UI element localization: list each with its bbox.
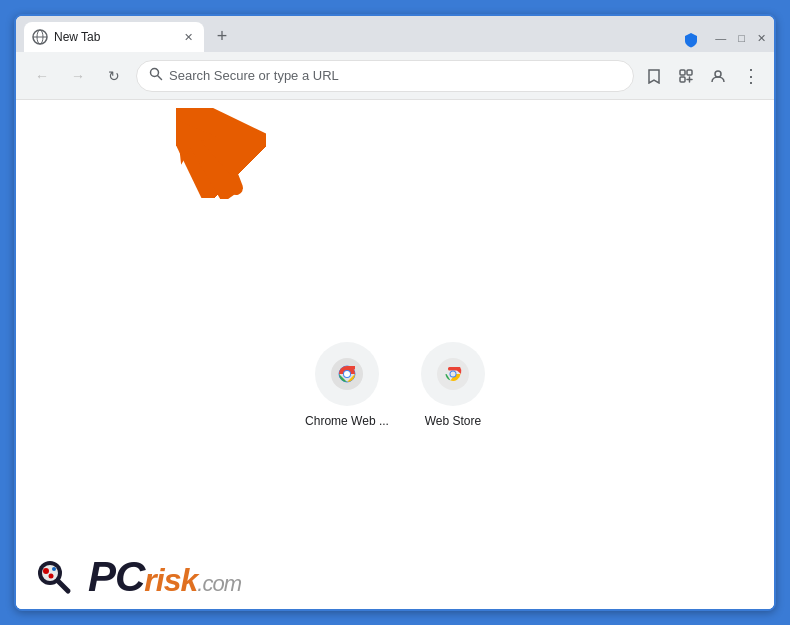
window-controls: — □ ✕ [715, 33, 766, 44]
svg-line-26 [58, 581, 68, 591]
svg-rect-15 [347, 366, 355, 370]
browser-tab[interactable]: New Tab ✕ [24, 22, 204, 52]
tab-close-button[interactable]: ✕ [180, 29, 196, 45]
title-bar-controls: — □ ✕ [683, 32, 766, 48]
url-search-icon [149, 67, 163, 84]
menu-icon[interactable]: ⋮ [738, 64, 762, 88]
shortcut-icon-web-store [421, 342, 485, 406]
maximize-button[interactable]: □ [738, 33, 745, 44]
orange-arrow [171, 104, 256, 203]
extensions-icon[interactable] [674, 64, 698, 88]
watermark: PCrisk.com [16, 545, 774, 609]
title-bar: New Tab ✕ + — □ ✕ [16, 16, 774, 52]
forward-button[interactable]: → [64, 62, 92, 90]
tab-favicon-icon [32, 29, 48, 45]
svg-rect-7 [680, 77, 685, 82]
url-input[interactable]: Search Secure or type a URL [136, 60, 634, 92]
shield-icon [683, 32, 699, 48]
svg-point-23 [43, 568, 49, 574]
close-button[interactable]: ✕ [757, 33, 766, 44]
shortcut-web-store[interactable]: Web Store [421, 342, 485, 428]
svg-rect-6 [687, 70, 692, 75]
bookmark-icon[interactable] [642, 64, 666, 88]
watermark-logo: PCrisk.com [88, 556, 241, 598]
refresh-button[interactable]: ↻ [100, 62, 128, 90]
address-bar: ← → ↻ Search Secure or type a URL [16, 52, 774, 100]
url-placeholder: Search Secure or type a URL [169, 68, 621, 83]
svg-marker-10 [171, 105, 251, 199]
watermark-pc-text: PCrisk.com [88, 556, 241, 598]
new-tab-button[interactable]: + [208, 22, 236, 50]
shortcut-label-chrome-web: Chrome Web ... [305, 414, 389, 428]
svg-point-25 [49, 574, 54, 579]
watermark-magnifier-icon [32, 555, 76, 599]
svg-point-8 [715, 71, 721, 77]
svg-rect-18 [448, 367, 458, 371]
tab-title: New Tab [54, 30, 174, 44]
shortcuts-row: Chrome Web ... [305, 342, 485, 428]
svg-point-20 [450, 371, 455, 376]
shortcut-label-web-store: Web Store [425, 414, 481, 428]
minimize-button[interactable]: — [715, 33, 726, 44]
shortcut-icon-chrome-web [315, 342, 379, 406]
svg-point-24 [52, 567, 56, 571]
svg-point-14 [344, 371, 350, 377]
svg-line-4 [158, 76, 162, 80]
shortcut-chrome-web[interactable]: Chrome Web ... [305, 342, 389, 428]
back-button[interactable]: ← [28, 62, 56, 90]
browser-window: New Tab ✕ + — □ ✕ ← → ↻ [14, 14, 776, 611]
toolbar-icons: ⋮ [642, 64, 762, 88]
main-content: Chrome Web ... [16, 100, 774, 609]
arrow-annotation [176, 108, 266, 202]
profile-icon[interactable] [706, 64, 730, 88]
svg-rect-5 [680, 70, 685, 75]
